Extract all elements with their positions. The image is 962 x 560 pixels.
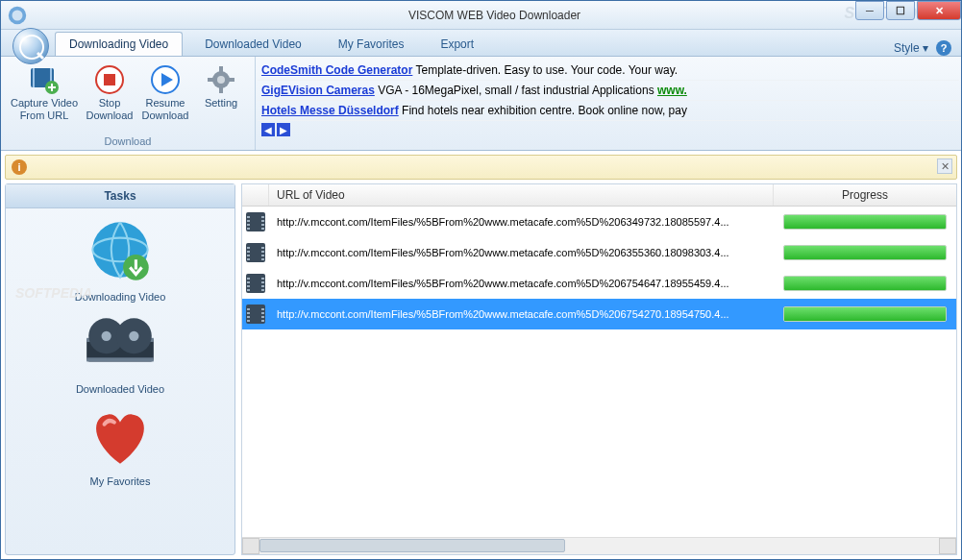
info-icon: i <box>12 159 27 175</box>
sidebar-item-downloaded[interactable]: Downloaded Video <box>76 310 164 395</box>
ad-line-2[interactable]: GigEVision Cameras VGA - 16MegaPixel, sm… <box>258 81 959 101</box>
table-row[interactable]: http://v.mccont.com/ItemFiles/%5BFrom%20… <box>242 207 956 237</box>
tab-my-favorites[interactable]: My Favorites <box>324 32 419 56</box>
svg-rect-15 <box>229 78 234 82</box>
col-progress[interactable]: Progress <box>774 184 956 206</box>
help-icon[interactable]: ? <box>936 40 951 56</box>
globe-download-icon <box>81 218 160 287</box>
svg-point-25 <box>129 331 138 341</box>
tab-downloaded-video[interactable]: Downloaded Video <box>190 32 316 56</box>
info-bar: i ✕ <box>5 155 957 180</box>
stop-icon <box>94 64 125 95</box>
row-icon <box>242 274 269 293</box>
app-window: VISCOM WEB Video Downloader SOFTPEDIA ─ … <box>0 0 962 560</box>
row-icon <box>242 212 269 231</box>
table-row[interactable]: http://v.mccont.com/ItemFiles/%5BFrom%20… <box>242 299 956 329</box>
app-menu-icon[interactable] <box>7 5 28 26</box>
svg-point-23 <box>102 331 111 341</box>
stop-download-button[interactable]: Stop Download <box>82 61 137 132</box>
play-icon <box>150 64 181 95</box>
ribbon: Capture Video From URL Stop Download Res… <box>1 57 961 151</box>
svg-rect-8 <box>104 74 115 85</box>
film-icon <box>246 304 265 324</box>
infobar-close-icon[interactable]: ✕ <box>937 158 952 174</box>
col-icon[interactable] <box>242 184 269 206</box>
row-url: http://v.mccont.com/ItemFiles/%5BFrom%20… <box>269 308 774 320</box>
maximize-button[interactable]: ☐ <box>886 1 915 20</box>
film-icon <box>246 274 265 293</box>
style-dropdown[interactable]: Style ▾ <box>894 41 928 55</box>
film-add-icon <box>29 64 60 95</box>
col-url[interactable]: URL of Video <box>269 184 774 206</box>
tab-export[interactable]: Export <box>426 32 488 56</box>
row-url: http://v.mccont.com/ItemFiles/%5BFrom%20… <box>269 216 774 228</box>
table-row[interactable]: http://v.mccont.com/ItemFiles/%5BFrom%20… <box>242 237 956 268</box>
table-header: URL of Video Progress <box>242 184 956 207</box>
film-icon <box>246 243 265 262</box>
main-area: Tasks SOFTPEDIA Downloading Video Downlo… <box>5 183 957 555</box>
sidebar-item-downloading[interactable]: Downloading Video <box>75 218 166 303</box>
capture-video-button[interactable]: Capture Video From URL <box>7 61 82 132</box>
row-progress <box>774 214 956 230</box>
ribbon-tabs: Downloading Video Downloaded Video My Fa… <box>1 30 961 57</box>
window-title: VISCOM WEB Video Downloader <box>28 9 961 22</box>
tab-downloading-video[interactable]: Downloading Video <box>55 32 183 56</box>
row-progress <box>774 276 956 291</box>
row-icon <box>242 304 269 324</box>
svg-rect-14 <box>208 78 213 82</box>
svg-rect-12 <box>219 66 223 72</box>
scroll-left-icon[interactable] <box>242 538 259 554</box>
svg-rect-4 <box>33 68 35 87</box>
ad-panel: CodeSmith Code Generator Template-driven… <box>256 57 961 150</box>
svg-rect-13 <box>219 87 223 93</box>
row-progress <box>774 245 956 260</box>
row-url: http://v.mccont.com/ItemFiles/%5BFrom%20… <box>269 247 774 258</box>
svg-point-1 <box>12 10 23 20</box>
gear-icon <box>206 64 236 95</box>
scroll-thumb[interactable] <box>259 539 565 552</box>
svg-point-11 <box>217 76 225 84</box>
sidebar-item-favorites[interactable]: My Favorites <box>81 402 160 487</box>
ribbon-group-label: Download <box>1 135 255 150</box>
film-icon <box>246 212 265 231</box>
row-url: http://v.mccont.com/ItemFiles/%5BFrom%20… <box>269 278 774 289</box>
close-button[interactable]: ✕ <box>917 1 961 20</box>
table-row[interactable]: http://v.mccont.com/ItemFiles/%5BFrom%20… <box>242 268 956 299</box>
heart-icon <box>81 402 160 472</box>
film-reel-icon <box>81 310 160 379</box>
horizontal-scrollbar[interactable] <box>242 537 956 554</box>
svg-rect-21 <box>86 357 154 361</box>
row-progress <box>774 306 956 322</box>
titlebar: VISCOM WEB Video Downloader SOFTPEDIA ─ … <box>1 1 961 30</box>
ribbon-group-download: Capture Video From URL Stop Download Res… <box>1 57 256 150</box>
ad-line-1[interactable]: CodeSmith Code Generator Template-driven… <box>258 61 959 81</box>
resume-download-button[interactable]: Resume Download <box>137 61 193 132</box>
ad-line-3[interactable]: Hotels Messe Düsseldorf Find hotels near… <box>258 101 959 121</box>
row-icon <box>242 243 269 262</box>
download-table: URL of Video Progress http://v.mccont.co… <box>241 183 957 555</box>
app-orb-button[interactable] <box>12 28 49 64</box>
ad-prev-icon[interactable]: ◀ <box>261 123 275 136</box>
ad-next-icon[interactable]: ▶ <box>277 123 290 136</box>
minimize-button[interactable]: ─ <box>855 1 884 20</box>
table-body: http://v.mccont.com/ItemFiles/%5BFrom%20… <box>242 207 956 537</box>
sidebar: Tasks SOFTPEDIA Downloading Video Downlo… <box>5 183 235 555</box>
scroll-right-icon[interactable] <box>939 538 956 554</box>
sidebar-header: Tasks <box>6 184 234 208</box>
setting-button[interactable]: Setting <box>193 61 249 132</box>
